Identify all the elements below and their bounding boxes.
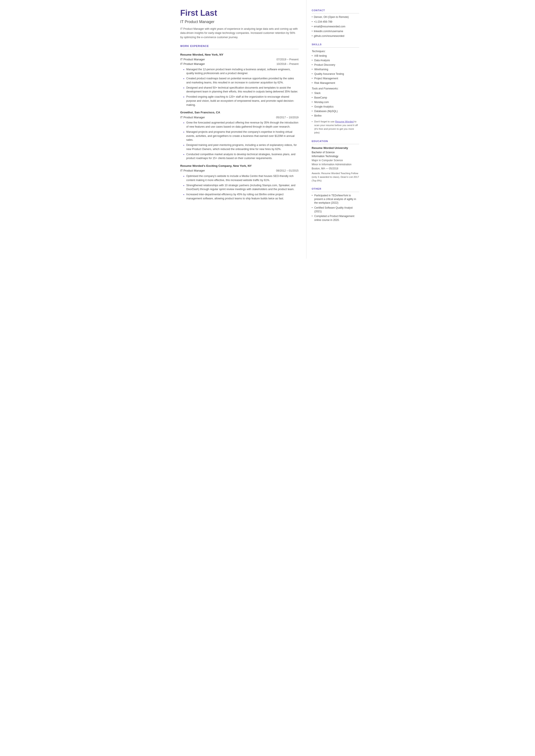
skill-basecamp: BaseCamp xyxy=(312,96,359,99)
contact-linkedin: linkedin.com/in/username xyxy=(312,29,359,33)
job-role-row-1a: IT Product Manager 07/2019 – Present xyxy=(180,57,299,62)
candidate-title: IT Product Manager xyxy=(180,19,299,25)
candidate-summary: IT Product Manager with eight years of e… xyxy=(180,27,299,40)
job-title-1b: IT Product Manager xyxy=(180,62,205,66)
job-dates-1b: 10/2018 – Present xyxy=(276,62,298,66)
edu-awards: Awards: Resume Worded Teaching Fellow (o… xyxy=(312,172,359,182)
job-dates-1a: 07/2019 – Present xyxy=(276,58,298,62)
skill-monday: Monday.com xyxy=(312,100,359,104)
work-experience-section-title: WORK EXPERIENCE xyxy=(180,44,299,49)
bullet-2-4: Conducted competitive market analysis to… xyxy=(186,153,299,160)
bullet-3-3: Increased inter-departmental efficiency … xyxy=(186,192,299,201)
resume-worded-note: Don't forget to use Resume Worded to sca… xyxy=(312,120,359,135)
skill-wireframing: Wireframing xyxy=(312,68,359,71)
company-name-3: Resume Worded's Exciting Company, New Yo… xyxy=(180,164,299,168)
education-section: EDUCATION Resume Worded University Bache… xyxy=(312,139,359,182)
contact-section-title: CONTACT xyxy=(312,9,359,14)
contact-phone: +1-234-456-789 xyxy=(312,20,359,24)
other-list: Participated in TEDxNewYork to present a… xyxy=(312,194,359,222)
skill-data-analysis: Data Analysis xyxy=(312,58,359,62)
edu-location-date: Boston, MA — 05/2018 xyxy=(312,167,359,170)
bullet-2-2: Managed projects and programs that promo… xyxy=(186,130,299,142)
other-section: OTHER Participated in TEDxNewYork to pre… xyxy=(312,187,359,222)
job-title-3a: IT Product Manager xyxy=(180,169,205,173)
job-title-1a: IT Product Manager xyxy=(180,57,205,62)
skills-section-title: SKILLS xyxy=(312,43,359,47)
tools-label: Tools and Frameworks: xyxy=(312,87,359,91)
job-bullets-1: Managed the 12-person product team inclu… xyxy=(183,68,299,107)
other-item-2: Certified Software Quality Analyst (2021… xyxy=(312,206,359,213)
job-dates-3a: 08/2012 – 01/2015 xyxy=(276,169,298,173)
edu-field: Information Technology xyxy=(312,154,359,158)
job-bullets-2: Grew the forecasted augmented product of… xyxy=(183,121,299,160)
company-name-1: Resume Worded, New York, NY xyxy=(180,53,299,57)
skill-risk-management: Risk Management xyxy=(312,81,359,85)
job-role-row-1b: IT Product Manager 10/2018 – Present xyxy=(180,62,299,66)
skill-binfire: Binfire xyxy=(312,114,359,118)
left-column: First Last IT Product Manager IT Product… xyxy=(171,0,306,259)
job-role-row-3a: IT Product Manager 08/2012 – 01/2015 xyxy=(180,169,299,173)
skill-qa-testing: Quality Assurance Testing xyxy=(312,72,359,76)
edu-minor: Minor in Information Administration xyxy=(312,162,359,166)
bullet-2-3: Designed training and peer-mentoring pro… xyxy=(186,143,299,151)
edu-major: Major in Computer Science xyxy=(312,158,359,162)
bullet-1-2: Created product roadmaps based on potent… xyxy=(186,76,299,85)
contact-list: Denver, OH (Open to Remote) +1-234-456-7… xyxy=(312,15,359,38)
skill-slack: Slack xyxy=(312,91,359,95)
bullet-1-3: Designed and shared 50+ technical specif… xyxy=(186,86,299,94)
skill-project-management: Project Management xyxy=(312,76,359,80)
skill-google-analytics: Google Analytics xyxy=(312,105,359,109)
other-section-title: OTHER xyxy=(312,187,359,192)
job-title-2a: IT Product Manager xyxy=(180,115,205,120)
bullet-2-1: Grew the forecasted augmented product of… xyxy=(186,121,299,129)
edu-school: Resume Worded University xyxy=(312,146,359,150)
tools-list: Slack BaseCamp Monday.com Google Analyti… xyxy=(312,91,359,118)
other-item-1: Participated in TEDxNewYork to present a… xyxy=(312,194,359,205)
education-section-title: EDUCATION xyxy=(312,139,359,144)
bullet-3-2: Strengthened relationships with 10 strat… xyxy=(186,183,299,192)
skill-databases: Databases (MySQL) xyxy=(312,109,359,113)
bullet-1-1: Managed the 12-person product team inclu… xyxy=(186,68,299,76)
right-column: CONTACT Denver, OH (Open to Remote) +1-2… xyxy=(306,0,365,259)
other-item-3: Completed a Product Management online co… xyxy=(312,214,359,222)
skill-ab-testing: A/B testing xyxy=(312,54,359,58)
job-bullets-3: Optimised the company's website to inclu… xyxy=(183,174,299,201)
contact-email: email@resumeworded.com xyxy=(312,25,359,28)
job-dates-2a: 05/2017 – 10/2019 xyxy=(276,116,298,120)
resume-worded-link[interactable]: Resume Worded xyxy=(335,120,353,123)
techniques-list: A/B testing Data Analysis Product Discov… xyxy=(312,54,359,85)
candidate-name: First Last xyxy=(180,9,299,18)
techniques-label: Techniques: xyxy=(312,49,359,53)
contact-location: Denver, OH (Open to Remote) xyxy=(312,15,359,19)
contact-github: github.com/resumeworded xyxy=(312,34,359,38)
contact-section: CONTACT Denver, OH (Open to Remote) +1-2… xyxy=(312,9,359,38)
job-role-row-2a: IT Product Manager 05/2017 – 10/2019 xyxy=(180,115,299,120)
edu-degree: Bachelor of Science xyxy=(312,151,359,154)
bullet-3-1: Optimised the company's website to inclu… xyxy=(186,174,299,182)
company-name-2: Growthsi, San Francisco, CA xyxy=(180,110,299,115)
skill-product-discovery: Product Discovery xyxy=(312,63,359,67)
skills-section: SKILLS Techniques: A/B testing Data Anal… xyxy=(312,43,359,134)
bullet-1-4: Provided ongoing agile coaching to 120+ … xyxy=(186,95,299,107)
